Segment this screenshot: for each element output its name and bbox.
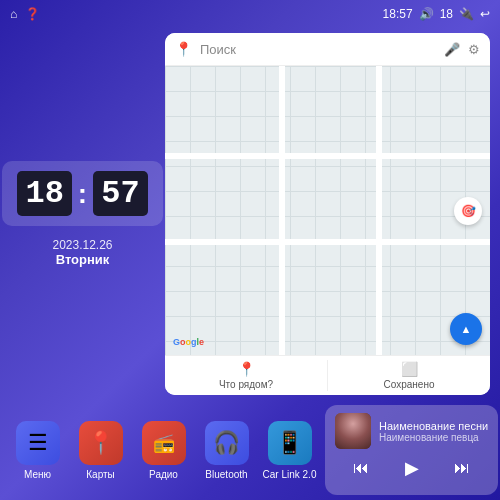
prev-button[interactable]: ⏮ [345,457,377,479]
saved-icon: ⬜ [401,361,418,377]
map-search-placeholder[interactable]: Поиск [200,42,436,57]
back-icon[interactable]: ↩ [480,7,490,21]
app-maps[interactable]: 📍 Карты [73,421,128,480]
main-content: 18 : 57 2023.12.26 Вторник 📍 Поиск 🎤 ⚙ [0,28,500,400]
next-button[interactable]: ⏭ [446,457,478,479]
clock-colon: : [78,178,87,210]
bluetooth-icon: 🎧 [205,421,249,465]
music-info: Наименование песни Наименование певца [379,420,488,443]
nearby-label: Что рядом? [219,379,273,390]
status-right: 18:57 🔊 18 🔌 ↩ [383,7,490,21]
play-button[interactable]: ▶ [397,455,427,481]
bottom-bar: ☰ Меню 📍 Карты 📻 Радио 🎧 Bluetooth 📱 Car… [0,400,500,500]
map-pin-icon: 📍 [175,41,192,57]
map-road [279,66,285,355]
volume-icon: 🔊 [419,7,434,21]
app-radio[interactable]: 📻 Радио [136,421,191,480]
music-controls: ⏮ ▶ ⏭ [335,455,488,481]
menu-label: Меню [24,469,51,480]
usb-icon: 🔌 [459,7,474,21]
carlink-label: Car Link 2.0 [263,469,317,480]
saved-button[interactable]: ⬜ Сохранено [328,356,490,395]
radio-icon: 📻 [142,421,186,465]
album-person-art [335,413,371,449]
carlink-icon: 📱 [268,421,312,465]
status-bar: ⌂ ❓ 18:57 🔊 18 🔌 ↩ [0,0,500,28]
map-road [165,239,490,245]
music-title: Наименование песни [379,420,488,432]
nearby-icon: 📍 [238,361,255,377]
clock-widget: 18 : 57 [2,161,162,226]
android-auto-screen: ⌂ ❓ 18:57 🔊 18 🔌 ↩ 18 : 57 2023.12.26 Вт… [0,0,500,500]
mic-icon[interactable]: 🎤 [444,42,460,57]
nearby-button[interactable]: 📍 Что рядом? [165,356,327,395]
map-road [376,66,382,355]
app-bluetooth[interactable]: 🎧 Bluetooth [199,421,254,480]
menu-icon: ☰ [16,421,60,465]
clock-minutes: 57 [93,171,147,216]
maps-label: Карты [86,469,115,480]
settings-icon[interactable]: ⚙ [468,42,480,57]
map-road [165,153,490,159]
home-icon[interactable]: ⌂ [10,7,17,21]
status-time: 18:57 [383,7,413,21]
map-search-bar[interactable]: 📍 Поиск 🎤 ⚙ [165,33,490,66]
bluetooth-label: Bluetooth [205,469,247,480]
maps-icon: 📍 [79,421,123,465]
weekday-text: Вторник [52,252,112,267]
gps-button[interactable]: 🎯 [454,197,482,225]
app-menu[interactable]: ☰ Меню [10,421,65,480]
app-switcher-icon[interactable]: ❓ [25,7,40,21]
music-top: Наименование песни Наименование певца [335,413,488,449]
map-footer: 📍 Что рядом? ⬜ Сохранено [165,355,490,395]
date-text: 2023.12.26 [52,238,112,252]
map-area[interactable]: 🎯 ▲ Google [165,66,490,355]
album-art [335,413,371,449]
music-widget: Наименование песни Наименование певца ⏮ … [325,405,498,495]
status-left: ⌂ ❓ [10,7,40,21]
apps-area: ☰ Меню 📍 Карты 📻 Радио 🎧 Bluetooth 📱 Car… [10,405,317,495]
battery-level: 18 [440,7,453,21]
date-info: 2023.12.26 Вторник [52,238,112,267]
clock-hours: 18 [17,171,71,216]
music-artist: Наименование певца [379,432,488,443]
radio-label: Радио [149,469,178,480]
navigate-button[interactable]: ▲ [450,313,482,345]
saved-label: Сохранено [384,379,435,390]
left-panel: 18 : 57 2023.12.26 Вторник [10,33,155,395]
google-logo: Google [173,337,204,347]
app-carlink[interactable]: 📱 Car Link 2.0 [262,421,317,480]
map-panel: 📍 Поиск 🎤 ⚙ 🎯 ▲ Google 📍 Ч [165,33,490,395]
